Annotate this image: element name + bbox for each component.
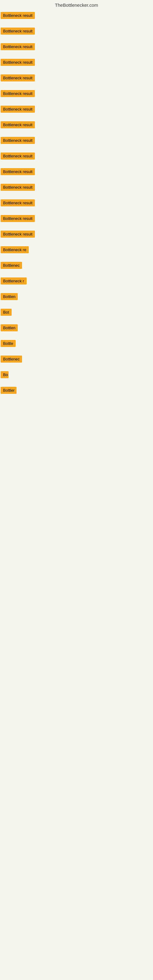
list-item[interactable]: Bottleneck result <box>1 197 153 213</box>
list-item[interactable]: Bottleneck result <box>1 181 153 197</box>
list-item[interactable]: Bot <box>1 306 153 322</box>
list-item[interactable]: Bottleneck result <box>1 119 153 134</box>
list-item[interactable]: Bottleneck result <box>1 213 153 228</box>
list-item[interactable]: Bottleneck result <box>1 88 153 103</box>
bottleneck-badge[interactable]: Bottleneck result <box>1 59 35 66</box>
bottleneck-badge[interactable]: Bottleneck result <box>1 199 35 207</box>
bottleneck-badge[interactable]: Bottleneck result <box>1 27 35 35</box>
list-item[interactable]: Bottleneck result <box>1 134 153 150</box>
list-item[interactable]: Bo <box>1 369 153 384</box>
bottleneck-badge[interactable]: Bottleneck result <box>1 184 35 191</box>
list-item[interactable]: Bottleneck result <box>1 150 153 166</box>
list-item[interactable]: Bottleneck result <box>1 103 153 119</box>
bottleneck-badge[interactable]: Bottleneck result <box>1 231 35 238</box>
list-item[interactable]: Bottleneck result <box>1 228 153 244</box>
bottleneck-badge[interactable]: Bottlenec <box>1 356 22 363</box>
bottleneck-badge[interactable]: Bo <box>1 371 9 378</box>
bottleneck-badge[interactable]: Bottleneck result <box>1 121 35 128</box>
list-item[interactable]: Bottleneck re <box>1 244 153 259</box>
bottleneck-badge[interactable]: Bottleneck result <box>1 153 35 159</box>
bottleneck-badge[interactable]: Bottleneck result <box>1 106 35 113</box>
list-item[interactable]: Bottleneck result <box>1 166 153 181</box>
bottleneck-badge[interactable]: Bottler <box>1 387 16 394</box>
bottleneck-badge[interactable]: Bot <box>1 309 12 316</box>
bottleneck-badge[interactable]: Bottleneck result <box>1 215 35 222</box>
list-item[interactable]: Bottleneck result <box>1 25 153 41</box>
list-item[interactable]: Bottle <box>1 337 153 353</box>
list-item[interactable]: Bottlen <box>1 291 153 306</box>
list-item[interactable]: Bottlenec <box>1 259 153 275</box>
list-item[interactable]: Bottleneck result <box>1 56 153 72</box>
bottleneck-badge[interactable]: Bottlen <box>1 293 18 300</box>
bottleneck-badge[interactable]: Bottlen <box>1 324 18 331</box>
bottleneck-badge[interactable]: Bottle <box>1 340 16 347</box>
list-item[interactable]: Bottleneck r <box>1 275 153 291</box>
bottleneck-badge[interactable]: Bottleneck result <box>1 43 35 50</box>
bottleneck-badge[interactable]: Bottleneck result <box>1 75 35 81</box>
bottleneck-badge[interactable]: Bottleneck result <box>1 137 35 144</box>
bottleneck-badge[interactable]: Bottleneck result <box>1 90 35 97</box>
bottleneck-badge[interactable]: Bottlenec <box>1 262 22 269</box>
list-item[interactable]: Bottleneck result <box>1 41 153 56</box>
bottleneck-list: Bottleneck resultBottleneck resultBottle… <box>0 9 153 400</box>
list-item[interactable]: Bottler <box>1 384 153 400</box>
bottleneck-badge[interactable]: Bottleneck r <box>1 277 27 285</box>
list-item[interactable]: Bottleneck result <box>1 10 153 25</box>
bottleneck-badge[interactable]: Bottleneck result <box>1 12 35 19</box>
list-item[interactable]: Bottleneck result <box>1 72 153 88</box>
site-title: TheBottlenecker.com <box>55 2 98 8</box>
list-item[interactable]: Bottlen <box>1 322 153 337</box>
bottleneck-badge[interactable]: Bottleneck re <box>1 246 29 253</box>
bottleneck-badge[interactable]: Bottleneck result <box>1 168 35 175</box>
site-header: TheBottlenecker.com <box>0 0 153 9</box>
list-item[interactable]: Bottlenec <box>1 353 153 369</box>
